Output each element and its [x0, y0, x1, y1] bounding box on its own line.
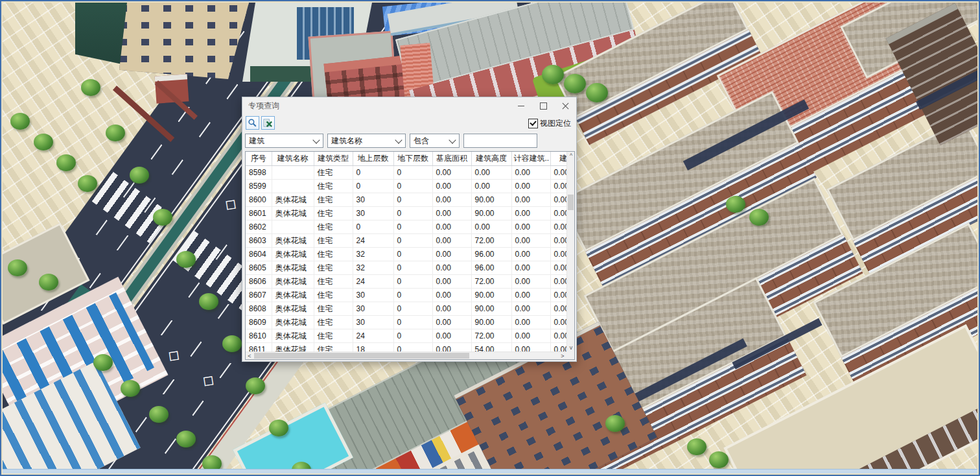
category-value: 建筑 — [249, 136, 311, 147]
scrollbar-corner — [566, 351, 574, 359]
column-header[interactable]: 计容建筑.. — [511, 152, 550, 166]
field-select[interactable]: 建筑名称 — [327, 134, 406, 148]
checkbox-checked-icon[interactable] — [528, 119, 538, 128]
table-row[interactable]: 8603 奥体花城 住宅 24 0 0.00 72.00 0.00 0.00 — [246, 234, 566, 248]
app-window: ◇ ◇ ◇ ◇ ◇ ◇ ◇ ◇ ◇ — [0, 0, 980, 476]
column-header[interactable]: 建 — [550, 152, 566, 166]
facade — [762, 397, 977, 473]
tree — [153, 209, 172, 226]
query-button[interactable] — [246, 116, 259, 130]
chevron-down-icon — [395, 136, 402, 143]
tree — [542, 65, 564, 84]
column-header[interactable]: 序号 — [246, 152, 272, 166]
search-icon — [248, 118, 257, 128]
excel-export-icon — [263, 118, 273, 128]
crosswalk — [92, 172, 171, 243]
table-row[interactable]: 8604 奥体花城 住宅 32 0 0.00 96.00 0.00 0.00 — [246, 248, 566, 261]
scroll-left-arrow[interactable]: < — [246, 352, 253, 360]
column-header[interactable]: 地上层数 — [353, 152, 393, 166]
table-body: 8598 住宅 0 0 0.00 0.00 0.00 0.00 8599 — [246, 166, 566, 352]
lane-diamond-marking: ◇ — [165, 344, 184, 365]
tree — [34, 134, 53, 150]
table-row[interactable]: 8602 住宅 0 0 0.00 0.00 0.00 0.00 — [246, 220, 566, 234]
keyword-input[interactable] — [463, 134, 537, 148]
tree — [605, 415, 625, 432]
table-row[interactable]: 8601 奥体花城 住宅 30 0 0.00 90.00 0.00 0.00 — [246, 207, 566, 220]
minimize-button[interactable] — [510, 97, 532, 114]
tree — [269, 420, 288, 436]
tree — [130, 167, 149, 184]
table-row[interactable]: 8610 奥体花城 住宅 24 0 0.00 72.00 0.00 0.00 — [246, 329, 566, 343]
scroll-right-arrow[interactable]: > — [559, 352, 566, 360]
result-table: 序号建筑名称建筑类型地上层数地下层数基底面积建筑高度计容建筑..建 8598 住… — [246, 152, 566, 351]
tree — [10, 113, 30, 130]
tree — [687, 438, 706, 455]
tree — [149, 406, 169, 423]
table-row[interactable]: 8599 住宅 0 0 0.00 0.00 0.00 0.00 — [246, 180, 566, 193]
filter-row: 建筑 建筑名称 包含 — [245, 134, 537, 148]
tree — [56, 154, 76, 171]
column-header[interactable]: 建筑高度 — [471, 152, 511, 166]
table-row[interactable]: 8609 奥体花城 住宅 30 0 0.00 90.00 0.00 0.00 — [246, 316, 566, 329]
operator-value: 包含 — [414, 136, 447, 147]
view-locate-option[interactable]: 视图定位 — [528, 118, 571, 129]
lane-diamond-marking: ◇ — [222, 194, 241, 215]
building-beige-offices — [119, 3, 249, 79]
scroll-down-arrow[interactable]: v — [567, 344, 575, 351]
column-header[interactable]: 建筑名称 — [272, 152, 314, 166]
header-row: 序号建筑名称建筑类型地上层数地下层数基底面积建筑高度计容建筑..建 — [246, 152, 566, 166]
maximize-button[interactable] — [532, 97, 554, 114]
dialog-titlebar[interactable]: 专项查询 — [242, 97, 576, 114]
table-row[interactable]: 8605 奥体花城 住宅 32 0 0.00 96.00 0.00 0.00 — [246, 261, 566, 275]
window-frame-bottom — [3, 469, 977, 473]
window-controls — [510, 97, 576, 114]
table-row[interactable]: 8607 奥体花城 住宅 30 0 0.00 90.00 0.00 0.00 — [246, 289, 566, 302]
column-header[interactable]: 基底面积 — [432, 152, 471, 166]
tree — [246, 377, 265, 394]
minimize-icon — [518, 106, 524, 106]
table-row[interactable]: 8600 奥体花城 住宅 30 0 0.00 90.00 0.00 0.00 — [246, 193, 566, 207]
query-dialog: 专项查询 视图定位 建筑 建筑名称 包含 — [242, 97, 577, 362]
scroll-up-arrow[interactable]: ^ — [567, 152, 575, 160]
horizontal-scroll-thumb[interactable] — [254, 353, 469, 359]
table-row[interactable]: 8598 住宅 0 0 0.00 0.00 0.00 0.00 — [246, 166, 566, 180]
tree — [121, 380, 140, 397]
field-value: 建筑名称 — [331, 136, 393, 147]
tree — [564, 74, 586, 93]
tree — [222, 335, 242, 352]
chevron-down-icon — [449, 136, 456, 143]
tree — [586, 83, 608, 102]
tree — [81, 79, 100, 96]
chevron-down-icon — [312, 136, 320, 143]
close-icon — [562, 102, 569, 110]
dialog-toolbar — [246, 116, 275, 130]
tree — [176, 251, 196, 268]
tree — [709, 451, 729, 468]
table-row[interactable]: 8608 奥体花城 住宅 30 0 0.00 90.00 0.00 0.00 — [246, 302, 566, 316]
grid-viewport: 序号建筑名称建筑类型地上层数地下层数基底面积建筑高度计容建筑..建 8598 住… — [246, 152, 566, 351]
tree — [39, 274, 58, 291]
tree — [106, 125, 125, 141]
tree — [176, 431, 196, 447]
horizontal-scrollbar[interactable]: < > — [246, 351, 566, 359]
dialog-title: 专项查询 — [242, 101, 279, 112]
vertical-scroll-thumb[interactable] — [568, 195, 574, 210]
maximize-icon — [540, 102, 547, 110]
result-grid: 序号建筑名称建筑类型地上层数地下层数基底面积建筑高度计容建筑..建 8598 住… — [245, 151, 575, 360]
table-row[interactable]: 8611 奥体花城 住宅 18 0 0.00 54.00 0.00 0.00 — [246, 343, 566, 352]
tree — [78, 175, 97, 192]
tree — [726, 196, 745, 213]
tree — [8, 259, 27, 276]
column-header[interactable]: 地下层数 — [393, 152, 432, 166]
vertical-scrollbar[interactable]: ^ v — [566, 152, 574, 351]
tree — [199, 293, 218, 310]
export-excel-button[interactable] — [261, 116, 275, 130]
table-row[interactable]: 8606 奥体花城 住宅 24 0 0.00 72.00 0.00 0.00 — [246, 275, 566, 289]
category-select[interactable]: 建筑 — [245, 134, 323, 148]
tree — [93, 354, 113, 371]
view-locate-label: 视图定位 — [540, 118, 571, 129]
close-button[interactable] — [554, 97, 576, 114]
lane-diamond-marking: ◇ — [200, 370, 219, 390]
column-header[interactable]: 建筑类型 — [314, 152, 353, 166]
operator-select[interactable]: 包含 — [410, 134, 460, 148]
